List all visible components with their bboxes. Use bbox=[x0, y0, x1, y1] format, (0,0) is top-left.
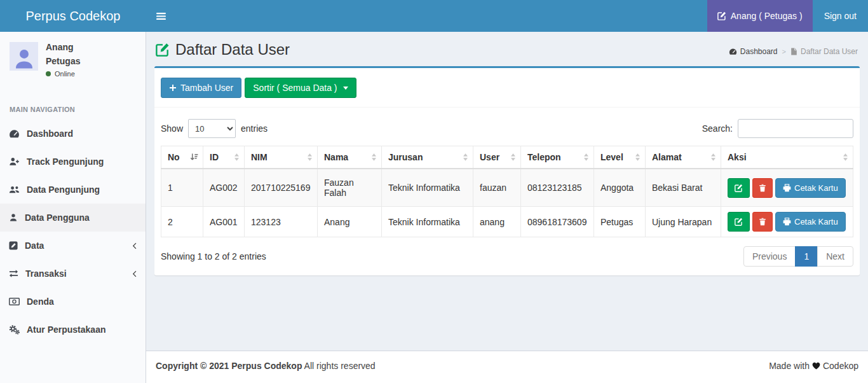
trash-icon bbox=[759, 218, 766, 226]
cell-user: anang bbox=[473, 207, 521, 237]
print-card-button[interactable]: Cetak Kartu bbox=[775, 178, 846, 198]
col-header-user[interactable]: User bbox=[473, 146, 521, 169]
exchange-icon bbox=[9, 268, 18, 279]
sort-icon bbox=[234, 153, 240, 162]
cell-nim: 123123 bbox=[245, 207, 318, 237]
col-header-id[interactable]: ID bbox=[203, 146, 245, 169]
heart-icon bbox=[812, 362, 820, 370]
col-header-alamat[interactable]: Alamat bbox=[646, 146, 721, 169]
cell-user: fauzan bbox=[473, 169, 521, 207]
page-length-control: Show 10 entries bbox=[161, 119, 268, 138]
chevron-left-icon bbox=[132, 270, 137, 277]
sidebar-item-atur-perpustakaan[interactable]: Atur Perpustakaan bbox=[0, 316, 146, 344]
user-icon bbox=[9, 212, 18, 223]
breadcrumb: Dashboard > Daftar Data User bbox=[729, 47, 858, 56]
caret-down-icon bbox=[343, 87, 348, 90]
pagination-page-1[interactable]: 1 bbox=[795, 246, 818, 267]
col-header-aksi[interactable]: Aksi bbox=[721, 146, 853, 169]
sidebar-menu: Dashboard Track Pengunjung Data Pengunju… bbox=[0, 120, 146, 344]
trash-icon bbox=[759, 184, 766, 192]
money-icon bbox=[9, 296, 20, 307]
sidebar: Anang Petugas Online MAIN NAVIGATION Das… bbox=[0, 32, 146, 383]
footer: Made with Codekop Copyright © 2021 Perpu… bbox=[146, 351, 868, 383]
cell-id: AG001 bbox=[203, 207, 245, 237]
pencil-square-icon bbox=[9, 240, 18, 251]
gears-icon bbox=[9, 324, 20, 335]
edit-icon bbox=[735, 184, 743, 192]
user-role: Petugas bbox=[46, 56, 80, 66]
footer-copyright: Copyright © 2021 Perpus Codekop bbox=[156, 361, 302, 371]
table-row: 1 AG002 201710225169 Fauzan Falah Teknik… bbox=[161, 169, 853, 207]
sidebar-toggle-button[interactable] bbox=[146, 0, 175, 32]
cell-nama: Fauzan Falah bbox=[318, 169, 382, 207]
signout-button[interactable]: Sign out bbox=[813, 0, 868, 32]
delete-user-button[interactable] bbox=[752, 178, 773, 198]
cell-telepon: 089618173609 bbox=[521, 207, 594, 237]
sidebar-user-panel: Anang Petugas Online bbox=[0, 32, 146, 84]
user-plus-icon bbox=[9, 157, 20, 167]
cell-alamat: Bekasi Barat bbox=[646, 169, 721, 207]
sidebar-item-data-pengguna[interactable]: Data Pengguna bbox=[0, 204, 146, 232]
user-status[interactable]: Online bbox=[46, 70, 80, 78]
file-icon bbox=[790, 48, 797, 55]
sort-amount-icon bbox=[190, 153, 198, 162]
table-header-row: No ID NIM Nama Jurusan User bbox=[161, 146, 853, 169]
sort-icon bbox=[371, 153, 377, 162]
page-length-select[interactable]: 10 bbox=[188, 119, 236, 138]
plus-icon bbox=[169, 84, 177, 92]
cell-nim: 201710225169 bbox=[245, 169, 318, 207]
col-header-nama[interactable]: Nama bbox=[318, 146, 382, 169]
sidebar-section-label: MAIN NAVIGATION bbox=[0, 84, 146, 120]
pagination-next[interactable]: Next bbox=[817, 246, 853, 267]
delete-user-button[interactable] bbox=[752, 212, 773, 232]
cell-id: AG002 bbox=[203, 169, 245, 207]
sort-icon bbox=[583, 153, 589, 162]
sidebar-item-data[interactable]: Data bbox=[0, 232, 146, 260]
breadcrumb-current: Daftar Data User bbox=[790, 47, 858, 56]
tachometer-icon bbox=[9, 129, 20, 139]
sidebar-item-transaksi[interactable]: Transaksi bbox=[0, 260, 146, 288]
search-control: Search: bbox=[702, 119, 853, 138]
content-wrapper: Daftar Data User Dashboard > Daftar Data… bbox=[146, 32, 868, 351]
add-user-button[interactable]: Tambah User bbox=[161, 78, 241, 98]
data-user-box: Tambah User Sortir ( Semua Data ) Show 1… bbox=[154, 66, 860, 275]
box-toolbar: Tambah User Sortir ( Semua Data ) bbox=[154, 68, 860, 108]
cell-level: Anggota bbox=[594, 169, 646, 207]
print-icon bbox=[783, 218, 791, 226]
col-header-level[interactable]: Level bbox=[594, 146, 646, 169]
sort-icon bbox=[307, 153, 313, 162]
edit-user-button[interactable] bbox=[728, 212, 750, 232]
sidebar-item-denda[interactable]: Denda bbox=[0, 288, 146, 316]
edit-icon bbox=[156, 43, 170, 57]
sort-dropdown-button[interactable]: Sortir ( Semua Data ) bbox=[245, 78, 356, 98]
col-header-no[interactable]: No bbox=[161, 146, 203, 169]
edit-icon bbox=[735, 218, 743, 226]
col-header-nim[interactable]: NIM bbox=[245, 146, 318, 169]
search-input[interactable] bbox=[738, 119, 853, 138]
edit-user-button[interactable] bbox=[728, 178, 750, 198]
avatar bbox=[10, 42, 38, 71]
navbar-right: Anang ( Petugas ) Sign out bbox=[707, 0, 868, 32]
person-icon bbox=[13, 48, 36, 71]
pagination: Previous 1 Next bbox=[743, 246, 853, 267]
breadcrumb-dashboard[interactable]: Dashboard bbox=[729, 47, 778, 56]
edit-icon bbox=[717, 11, 726, 20]
sort-icon bbox=[843, 153, 848, 162]
print-card-button[interactable]: Cetak Kartu bbox=[775, 212, 846, 232]
user-name: Anang bbox=[46, 42, 80, 52]
sidebar-item-track-pengunjung[interactable]: Track Pengunjung bbox=[0, 148, 146, 176]
sidebar-item-dashboard[interactable]: Dashboard bbox=[0, 120, 146, 148]
col-header-jurusan[interactable]: Jurusan bbox=[382, 146, 473, 169]
sidebar-item-data-pengunjung[interactable]: Data Pengunjung bbox=[0, 176, 146, 204]
hamburger-icon bbox=[156, 12, 166, 20]
cell-telepon: 08123123185 bbox=[521, 169, 594, 207]
brand-logo[interactable]: Perpus Codekop bbox=[0, 0, 146, 32]
cell-aksi: Cetak Kartu bbox=[721, 207, 853, 237]
navbar-user-button[interactable]: Anang ( Petugas ) bbox=[707, 0, 813, 32]
col-header-telepon[interactable]: Telepon bbox=[521, 146, 594, 169]
sort-icon bbox=[510, 153, 516, 162]
sort-icon bbox=[710, 153, 716, 162]
footer-rights: All rights reserved bbox=[304, 361, 376, 371]
pagination-previous[interactable]: Previous bbox=[743, 246, 796, 267]
tachometer-icon bbox=[729, 48, 737, 55]
